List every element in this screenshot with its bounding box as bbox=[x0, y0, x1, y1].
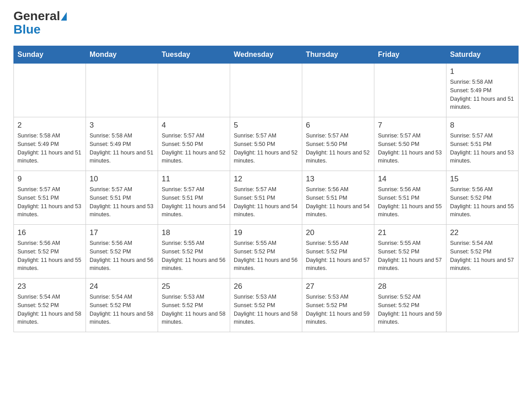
day-number: 26 bbox=[234, 282, 298, 291]
calendar-cell bbox=[158, 64, 230, 117]
day-info: Sunrise: 5:54 AMSunset: 5:52 PMDaylight:… bbox=[90, 293, 154, 326]
day-number: 27 bbox=[306, 282, 370, 291]
day-info: Sunrise: 5:56 AMSunset: 5:51 PMDaylight:… bbox=[306, 185, 370, 219]
calendar-cell: 24Sunrise: 5:54 AMSunset: 5:52 PMDayligh… bbox=[86, 278, 158, 332]
weekday-header-monday: Monday bbox=[86, 46, 158, 64]
day-info: Sunrise: 5:54 AMSunset: 5:52 PMDaylight:… bbox=[450, 239, 515, 273]
calendar-cell: 7Sunrise: 5:57 AMSunset: 5:50 PMDaylight… bbox=[374, 117, 446, 171]
day-number: 22 bbox=[450, 228, 515, 237]
calendar-cell bbox=[14, 64, 86, 117]
calendar-table: SundayMondayTuesdayWednesdayThursdayFrid… bbox=[13, 46, 519, 332]
calendar-cell: 21Sunrise: 5:55 AMSunset: 5:52 PMDayligh… bbox=[374, 225, 446, 278]
day-number: 20 bbox=[306, 228, 370, 237]
day-info: Sunrise: 5:55 AMSunset: 5:52 PMDaylight:… bbox=[306, 239, 370, 273]
day-number: 5 bbox=[234, 121, 298, 130]
day-number: 10 bbox=[90, 175, 154, 184]
calendar-cell: 25Sunrise: 5:53 AMSunset: 5:52 PMDayligh… bbox=[158, 278, 230, 332]
day-number: 14 bbox=[378, 175, 442, 184]
calendar-cell: 23Sunrise: 5:54 AMSunset: 5:52 PMDayligh… bbox=[14, 278, 86, 332]
day-info: Sunrise: 5:58 AMSunset: 5:49 PMDaylight:… bbox=[17, 132, 82, 165]
day-info: Sunrise: 5:57 AMSunset: 5:51 PMDaylight:… bbox=[162, 185, 226, 219]
day-number: 6 bbox=[306, 121, 370, 130]
day-info: Sunrise: 5:57 AMSunset: 5:51 PMDaylight:… bbox=[234, 185, 298, 219]
weekday-header-thursday: Thursday bbox=[302, 46, 374, 64]
page-header: General Blue bbox=[13, 9, 519, 37]
day-number: 15 bbox=[450, 175, 515, 184]
day-info: Sunrise: 5:57 AMSunset: 5:51 PMDaylight:… bbox=[90, 185, 154, 219]
day-info: Sunrise: 5:57 AMSunset: 5:50 PMDaylight:… bbox=[378, 132, 442, 165]
calendar-cell: 27Sunrise: 5:53 AMSunset: 5:52 PMDayligh… bbox=[302, 278, 374, 332]
day-number: 8 bbox=[450, 121, 515, 130]
day-number: 17 bbox=[90, 228, 154, 237]
day-number: 4 bbox=[162, 121, 226, 130]
day-info: Sunrise: 5:56 AMSunset: 5:52 PMDaylight:… bbox=[17, 239, 82, 273]
calendar-cell: 5Sunrise: 5:57 AMSunset: 5:50 PMDaylight… bbox=[230, 117, 302, 171]
weekday-header-saturday: Saturday bbox=[446, 46, 519, 64]
day-number: 13 bbox=[306, 175, 370, 184]
weekday-header-row: SundayMondayTuesdayWednesdayThursdayFrid… bbox=[14, 46, 519, 64]
logo-blue-label: Blue bbox=[13, 22, 41, 37]
day-number: 18 bbox=[162, 228, 226, 237]
day-number: 7 bbox=[378, 121, 442, 130]
day-number: 2 bbox=[17, 121, 82, 130]
day-number: 1 bbox=[450, 67, 515, 76]
day-info: Sunrise: 5:57 AMSunset: 5:50 PMDaylight:… bbox=[162, 132, 226, 165]
day-number: 28 bbox=[378, 282, 442, 291]
day-number: 23 bbox=[17, 282, 82, 291]
calendar-cell: 3Sunrise: 5:58 AMSunset: 5:49 PMDaylight… bbox=[86, 117, 158, 171]
day-info: Sunrise: 5:54 AMSunset: 5:52 PMDaylight:… bbox=[17, 293, 82, 326]
day-info: Sunrise: 5:56 AMSunset: 5:51 PMDaylight:… bbox=[378, 185, 442, 219]
day-number: 21 bbox=[378, 228, 442, 237]
calendar-cell: 15Sunrise: 5:56 AMSunset: 5:52 PMDayligh… bbox=[446, 171, 519, 225]
day-info: Sunrise: 5:55 AMSunset: 5:52 PMDaylight:… bbox=[378, 239, 442, 273]
calendar-cell bbox=[230, 64, 302, 117]
day-number: 16 bbox=[17, 228, 82, 237]
calendar-cell: 16Sunrise: 5:56 AMSunset: 5:52 PMDayligh… bbox=[14, 225, 86, 278]
day-info: Sunrise: 5:56 AMSunset: 5:52 PMDaylight:… bbox=[90, 239, 154, 273]
day-info: Sunrise: 5:53 AMSunset: 5:52 PMDaylight:… bbox=[306, 293, 370, 326]
calendar-cell: 26Sunrise: 5:53 AMSunset: 5:52 PMDayligh… bbox=[230, 278, 302, 332]
calendar-cell: 17Sunrise: 5:56 AMSunset: 5:52 PMDayligh… bbox=[86, 225, 158, 278]
day-number: 19 bbox=[234, 228, 298, 237]
day-info: Sunrise: 5:53 AMSunset: 5:52 PMDaylight:… bbox=[234, 293, 298, 326]
day-info: Sunrise: 5:52 AMSunset: 5:52 PMDaylight:… bbox=[378, 293, 442, 326]
day-info: Sunrise: 5:58 AMSunset: 5:49 PMDaylight:… bbox=[450, 78, 515, 111]
calendar-cell: 22Sunrise: 5:54 AMSunset: 5:52 PMDayligh… bbox=[446, 225, 519, 278]
calendar-week-row: 1Sunrise: 5:58 AMSunset: 5:49 PMDaylight… bbox=[14, 64, 519, 117]
calendar-cell: 14Sunrise: 5:56 AMSunset: 5:51 PMDayligh… bbox=[374, 171, 446, 225]
calendar-cell: 2Sunrise: 5:58 AMSunset: 5:49 PMDaylight… bbox=[14, 117, 86, 171]
day-number: 25 bbox=[162, 282, 226, 291]
logo-chevron-icon bbox=[61, 12, 67, 21]
calendar-cell: 9Sunrise: 5:57 AMSunset: 5:51 PMDaylight… bbox=[14, 171, 86, 225]
day-info: Sunrise: 5:55 AMSunset: 5:52 PMDaylight:… bbox=[234, 239, 298, 273]
calendar-cell bbox=[446, 278, 519, 332]
weekday-header-friday: Friday bbox=[374, 46, 446, 64]
day-info: Sunrise: 5:53 AMSunset: 5:52 PMDaylight:… bbox=[162, 293, 226, 326]
logo: General Blue bbox=[13, 9, 67, 37]
day-info: Sunrise: 5:57 AMSunset: 5:50 PMDaylight:… bbox=[306, 132, 370, 165]
calendar-cell: 13Sunrise: 5:56 AMSunset: 5:51 PMDayligh… bbox=[302, 171, 374, 225]
calendar-cell: 8Sunrise: 5:57 AMSunset: 5:51 PMDaylight… bbox=[446, 117, 519, 171]
calendar-cell bbox=[374, 64, 446, 117]
day-number: 11 bbox=[162, 175, 226, 184]
calendar-cell: 20Sunrise: 5:55 AMSunset: 5:52 PMDayligh… bbox=[302, 225, 374, 278]
day-number: 3 bbox=[90, 121, 154, 130]
day-info: Sunrise: 5:56 AMSunset: 5:52 PMDaylight:… bbox=[450, 185, 515, 219]
calendar-week-row: 16Sunrise: 5:56 AMSunset: 5:52 PMDayligh… bbox=[14, 225, 519, 278]
weekday-header-tuesday: Tuesday bbox=[158, 46, 230, 64]
calendar-week-row: 9Sunrise: 5:57 AMSunset: 5:51 PMDaylight… bbox=[14, 171, 519, 225]
day-number: 12 bbox=[234, 175, 298, 184]
calendar-cell: 18Sunrise: 5:55 AMSunset: 5:52 PMDayligh… bbox=[158, 225, 230, 278]
day-number: 24 bbox=[90, 282, 154, 291]
day-number: 9 bbox=[17, 175, 82, 184]
calendar-cell: 12Sunrise: 5:57 AMSunset: 5:51 PMDayligh… bbox=[230, 171, 302, 225]
calendar-cell: 19Sunrise: 5:55 AMSunset: 5:52 PMDayligh… bbox=[230, 225, 302, 278]
logo-general-text: General bbox=[13, 9, 60, 23]
calendar-cell bbox=[86, 64, 158, 117]
calendar-cell: 28Sunrise: 5:52 AMSunset: 5:52 PMDayligh… bbox=[374, 278, 446, 332]
calendar-week-row: 23Sunrise: 5:54 AMSunset: 5:52 PMDayligh… bbox=[14, 278, 519, 332]
day-info: Sunrise: 5:55 AMSunset: 5:52 PMDaylight:… bbox=[162, 239, 226, 273]
calendar-cell: 10Sunrise: 5:57 AMSunset: 5:51 PMDayligh… bbox=[86, 171, 158, 225]
calendar-cell: 6Sunrise: 5:57 AMSunset: 5:50 PMDaylight… bbox=[302, 117, 374, 171]
calendar-cell: 4Sunrise: 5:57 AMSunset: 5:50 PMDaylight… bbox=[158, 117, 230, 171]
